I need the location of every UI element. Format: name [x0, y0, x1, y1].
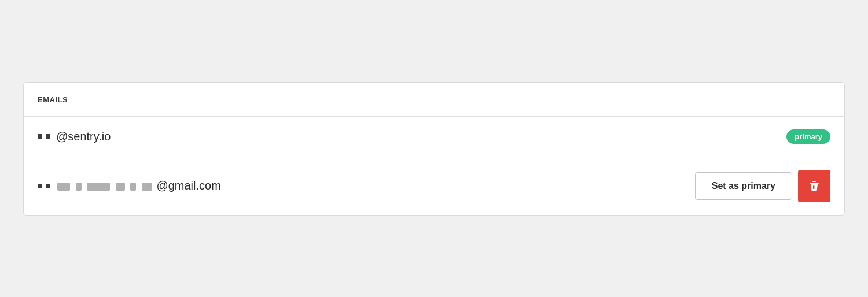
svg-rect-2 — [813, 185, 814, 189]
svg-rect-3 — [815, 185, 816, 189]
set-as-primary-button[interactable]: Set as primary — [695, 172, 792, 200]
email-dot-2 — [46, 134, 50, 139]
emails-header: EMAILS — [24, 83, 844, 117]
emails-title: EMAILS — [38, 95, 68, 104]
delete-email-button[interactable] — [798, 170, 830, 202]
email-dot-3 — [38, 184, 42, 188]
email-primary-icons — [38, 134, 50, 139]
email-domain-gmail: @gmail.com — [156, 179, 220, 192]
redacted-block-6 — [142, 183, 152, 191]
email-secondary-icons — [38, 184, 50, 188]
email-row-secondary: @gmail.com Set as primary — [24, 157, 844, 215]
svg-rect-0 — [810, 183, 819, 184]
email-primary-content: @sentry.io primary — [38, 129, 830, 144]
redacted-block-2 — [76, 183, 82, 191]
primary-badge: primary — [786, 129, 830, 144]
email-row-primary: @sentry.io primary — [24, 117, 844, 157]
redacted-block-4 — [116, 183, 125, 191]
svg-rect-1 — [812, 181, 816, 182]
redacted-block-1 — [57, 183, 70, 191]
redacted-block-5 — [130, 183, 136, 191]
email-primary-address: @sentry.io — [56, 130, 778, 143]
email-dot-4 — [46, 184, 50, 188]
email-secondary-address: @gmail.com — [56, 179, 695, 192]
redacted-block-3 — [87, 183, 110, 191]
email-dot-1 — [38, 134, 42, 139]
email-secondary-content: @gmail.com — [38, 179, 695, 192]
email-secondary-actions: Set as primary — [695, 170, 830, 202]
trash-icon — [808, 180, 821, 192]
emails-card: EMAILS @sentry.io primary — [23, 82, 845, 216]
